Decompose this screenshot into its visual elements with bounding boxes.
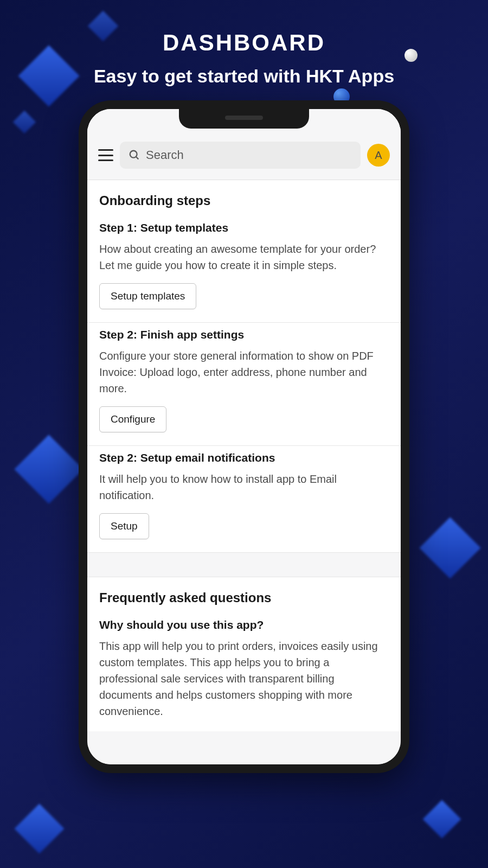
step-title: Step 1: Setup templates xyxy=(99,221,389,234)
configure-button[interactable]: Configure xyxy=(99,406,166,432)
phone-notch xyxy=(179,109,309,129)
onboarding-section: Onboarding steps Step 1: Setup templates… xyxy=(87,180,401,553)
step-title: Step 2: Finish app settings xyxy=(99,328,389,341)
search-placeholder: Search xyxy=(146,148,184,162)
avatar[interactable]: A xyxy=(367,144,390,167)
decorative-cube xyxy=(13,111,36,133)
step-description: It will help you to know how to install … xyxy=(99,471,389,503)
onboarding-step: Step 2: Finish app settings Configure yo… xyxy=(87,323,401,446)
search-input[interactable]: Search xyxy=(120,142,361,169)
faq-item: Why should you use this app? This app wi… xyxy=(87,613,401,731)
avatar-letter: A xyxy=(375,149,382,162)
decorative-cube xyxy=(419,517,480,578)
decorative-cube xyxy=(15,804,65,854)
svg-point-0 xyxy=(130,151,137,158)
decorative-cube xyxy=(423,800,461,839)
onboarding-step: Step 1: Setup templates How about creati… xyxy=(87,216,401,323)
onboarding-heading: Onboarding steps xyxy=(87,180,401,216)
faq-heading: Frequently asked questions xyxy=(87,577,401,613)
faq-section: Frequently asked questions Why should yo… xyxy=(87,577,401,731)
phone-mockup: Search A Onboarding steps Step 1: Setup … xyxy=(79,100,409,773)
decorative-sphere xyxy=(404,49,418,62)
search-icon xyxy=(129,149,140,161)
decorative-cube xyxy=(14,435,83,503)
setup-button[interactable]: Setup xyxy=(99,513,149,539)
setup-templates-button[interactable]: Setup templates xyxy=(99,283,196,309)
faq-answer: This app will help you to print orders, … xyxy=(99,638,389,719)
step-description: How about creating an awesome template f… xyxy=(99,241,389,273)
menu-icon[interactable] xyxy=(98,149,113,161)
step-description: Configure your store general information… xyxy=(99,348,389,397)
svg-line-1 xyxy=(136,157,139,159)
faq-question: Why should you use this app? xyxy=(99,618,389,631)
onboarding-step: Step 2: Setup email notifications It wil… xyxy=(87,446,401,553)
step-title: Step 2: Setup email notifications xyxy=(99,451,389,464)
